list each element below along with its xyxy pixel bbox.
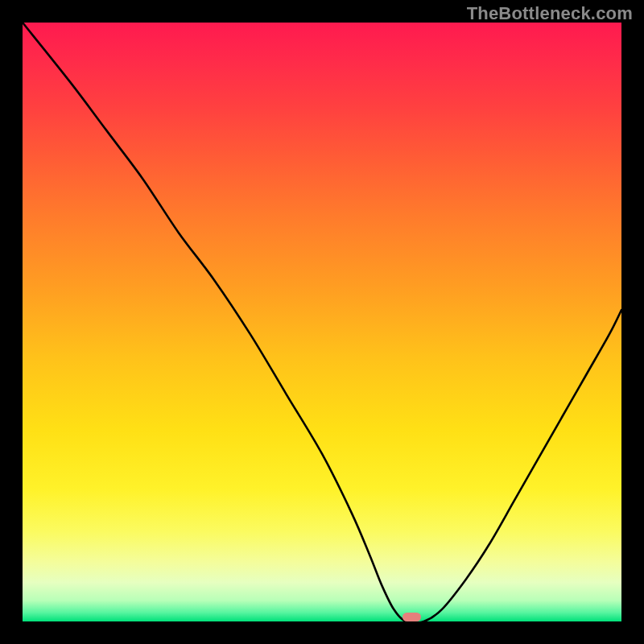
chart-frame: TheBottleneck.com	[0, 0, 644, 644]
watermark-text: TheBottleneck.com	[467, 3, 633, 24]
chart-optimal-marker	[402, 613, 420, 621]
chart-plot-area	[23, 23, 621, 621]
chart-svg	[23, 23, 621, 621]
chart-background-gradient	[23, 23, 621, 621]
